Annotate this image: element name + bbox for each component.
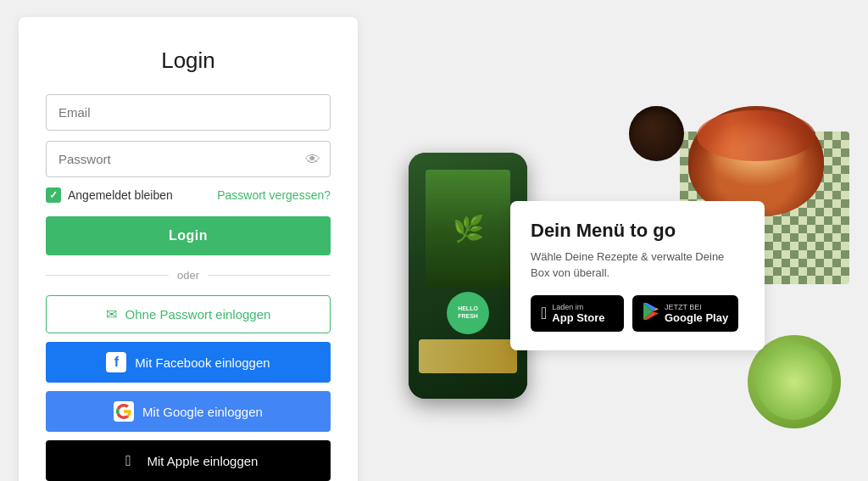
apple-label: Mit Apple einloggen: [147, 454, 259, 468]
googleplay-name-label: Google Play: [665, 311, 728, 324]
phone-screen: 🌿 HELLO FRESH: [409, 153, 527, 399]
appstore-texts: Laden im App Store: [552, 303, 604, 324]
facebook-login-button[interactable]: f Mit Facebook einloggen: [46, 342, 331, 383]
phone-top-content: 🌿: [409, 170, 527, 288]
brand-line2: FRESH: [458, 313, 478, 320]
googleplay-texts: JETZT BEI Google Play: [665, 303, 728, 324]
password-input[interactable]: [46, 141, 331, 177]
divider-text: oder: [177, 269, 199, 282]
login-title: Login: [46, 48, 331, 74]
forgot-password-link[interactable]: Passwort vergessen?: [217, 188, 331, 202]
no-password-button[interactable]: ✉ Ohne Passwort einloggen: [46, 295, 331, 333]
promo-subtitle: Wähle Deine Rezepte & verwalte Deine Box…: [531, 249, 744, 282]
googleplay-icon: [643, 302, 659, 325]
google-label: Mit Google einloggen: [142, 405, 263, 419]
email-group: [46, 94, 331, 131]
apple-icon: : [119, 450, 139, 471]
phone-mockup: 🌿 HELLO FRESH: [409, 153, 527, 399]
promo-card: Dein Menü to go Wähle Deine Rezepte & ve…: [510, 201, 765, 350]
phone-bottom-content: HELLO FRESH: [409, 292, 527, 373]
googleplay-small-label: JETZT BEI: [665, 303, 728, 311]
apple-login-button[interactable]:  Mit Apple einloggen: [46, 440, 331, 481]
appstore-small-label: Laden im: [552, 303, 604, 311]
login-button[interactable]: Login: [46, 216, 331, 255]
email-input[interactable]: [46, 94, 331, 131]
hellofresh-logo: HELLO FRESH: [447, 292, 489, 334]
apple-store-icon: : [541, 304, 547, 323]
envelope-icon: ✉: [106, 306, 117, 322]
facebook-label: Mit Facebook einloggen: [135, 355, 270, 370]
remember-label: Angemeldet bleiben: [68, 188, 173, 202]
remember-row: Angemeldet bleiben Passwort vergessen?: [46, 187, 331, 203]
google-icon: [114, 401, 134, 422]
remember-left: Angemeldet bleiben: [46, 187, 173, 203]
googleplay-button[interactable]: JETZT BEI Google Play: [632, 295, 738, 332]
no-password-label: Ohne Passwort einloggen: [125, 307, 271, 322]
page-wrapper: Login 👁 Angemeldet bleiben Passwort verg…: [19, 17, 849, 481]
google-login-button[interactable]: Mit Google einloggen: [46, 391, 331, 432]
pasta-bowl-decoration: [688, 106, 824, 216]
facebook-icon: f: [106, 352, 126, 372]
store-buttons:  Laden im App Store: [531, 295, 744, 332]
toggle-password-icon[interactable]: 👁: [305, 150, 320, 168]
soy-bowl: [629, 106, 684, 161]
promo-title: Dein Menü to go: [531, 220, 744, 242]
password-group: 👁: [46, 141, 331, 177]
appstore-button[interactable]:  Laden im App Store: [531, 295, 624, 332]
divider: oder: [46, 269, 331, 282]
login-card: Login 👁 Angemeldet bleiben Passwort verg…: [19, 17, 358, 481]
appstore-name-label: App Store: [552, 311, 604, 324]
brand-line1: HELLO: [458, 305, 478, 312]
right-panel: 🌿 HELLO FRESH Dein Menü to go Wähle Dei: [392, 98, 849, 454]
remember-checkbox[interactable]: [46, 187, 61, 203]
